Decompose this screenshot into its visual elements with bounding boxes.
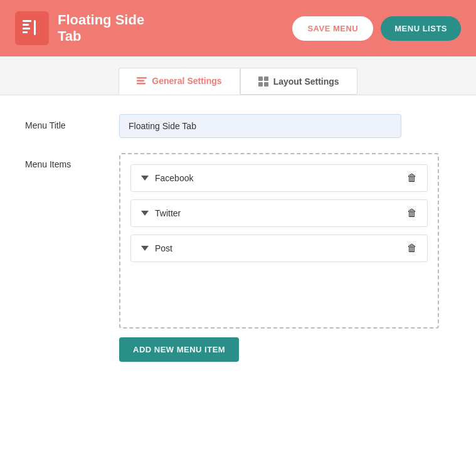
app-header: Floating Side Tab SAVE MENU MENU LISTS: [0, 0, 476, 56]
menu-item-facebook[interactable]: Facebook 🗑: [130, 164, 428, 192]
svg-rect-9: [264, 76, 268, 81]
svg-rect-4: [34, 20, 36, 35]
bottom-save-area: SAVE MENU: [0, 459, 476, 469]
save-menu-header-button[interactable]: SAVE MENU: [292, 16, 373, 41]
svg-rect-8: [258, 76, 263, 81]
menu-title-input[interactable]: [119, 114, 401, 138]
menu-item-facebook-left: Facebook: [141, 173, 193, 183]
tab-general-settings[interactable]: General Settings: [119, 68, 240, 95]
svg-rect-5: [137, 77, 147, 79]
tab-layout-settings-label: Layout Settings: [273, 76, 339, 87]
svg-rect-6: [137, 80, 144, 82]
menu-items-label: Menu Items: [25, 153, 119, 169]
header-brand: Floating Side Tab: [15, 11, 144, 45]
menu-item-post[interactable]: Post 🗑: [130, 234, 428, 262]
menu-title-label: Menu Title: [25, 114, 119, 130]
delete-twitter-icon[interactable]: 🗑: [407, 208, 417, 219]
menu-item-twitter[interactable]: Twitter 🗑: [130, 199, 428, 227]
menu-title-field: [119, 114, 451, 138]
delete-post-icon[interactable]: 🗑: [407, 243, 417, 254]
menu-item-twitter-left: Twitter: [141, 208, 181, 218]
menu-item-twitter-label: Twitter: [155, 208, 181, 218]
main-content: Menu Title Menu Items Facebook 🗑: [0, 95, 476, 459]
menu-item-post-left: Post: [141, 243, 172, 253]
svg-rect-1: [23, 24, 29, 26]
menu-item-facebook-label: Facebook: [155, 173, 193, 183]
chevron-down-icon-twitter: [141, 211, 149, 216]
svg-rect-3: [23, 31, 28, 33]
app-title: Floating Side Tab: [58, 12, 144, 45]
header-actions: SAVE MENU MENU LISTS: [292, 16, 461, 41]
svg-rect-10: [258, 82, 263, 87]
tab-layout-settings[interactable]: Layout Settings: [240, 68, 357, 95]
menu-title-row: Menu Title: [25, 114, 451, 138]
layout-icon: [258, 76, 268, 87]
chevron-down-icon-post: [141, 246, 149, 251]
menu-items-field: Facebook 🗑 Twitter 🗑 Post: [119, 153, 451, 362]
app-logo: [15, 11, 49, 45]
menu-item-post-label: Post: [155, 243, 172, 253]
menu-lines-icon: [137, 76, 147, 86]
delete-facebook-icon[interactable]: 🗑: [407, 172, 417, 184]
tabs-container: General Settings Layout Settings: [119, 68, 357, 95]
svg-rect-7: [137, 83, 145, 85]
menu-items-row: Menu Items Facebook 🗑 Twitter: [25, 153, 451, 362]
menu-items-container: Facebook 🗑 Twitter 🗑 Post: [119, 153, 439, 329]
tab-general-settings-label: General Settings: [152, 76, 221, 86]
svg-rect-2: [23, 28, 30, 29]
svg-rect-11: [264, 82, 268, 87]
chevron-down-icon-facebook: [141, 176, 149, 181]
menu-lists-button[interactable]: MENU LISTS: [381, 16, 461, 41]
tabs-area: General Settings Layout Settings: [0, 56, 476, 95]
add-new-menu-item-button[interactable]: ADD NEW MENU ITEM: [119, 337, 239, 362]
svg-rect-0: [23, 20, 31, 22]
